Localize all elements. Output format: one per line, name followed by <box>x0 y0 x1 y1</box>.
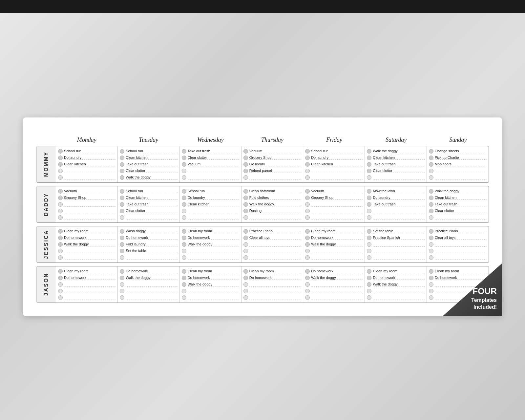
chore-circle-blank <box>120 215 124 220</box>
chore-blank <box>367 248 424 254</box>
chore-text: Take out trash <box>373 202 424 206</box>
chore-circle <box>429 189 433 194</box>
chore-text: Do homework <box>311 236 363 240</box>
person-label-jason: JASON <box>43 273 49 296</box>
chore-line <box>373 242 424 247</box>
chore-text: Vacuum <box>249 149 301 153</box>
chore-text: Do homework <box>64 236 116 240</box>
chore-cell-daddy-day5: Mow the lawnDo laundryTake out trash <box>365 186 427 222</box>
chore-text: School run <box>311 149 363 153</box>
chore-text: Vacuum <box>188 162 239 166</box>
chore-circle-blank <box>305 175 310 180</box>
chore-line <box>188 249 239 253</box>
chore-circle <box>182 196 186 200</box>
chore-cell-jason-day2: Clean my roomDo homeworkWalk the doggy <box>180 266 242 303</box>
chore-blank <box>58 175 116 180</box>
chore-circle-blank <box>429 255 433 260</box>
chore-circle-blank <box>58 169 63 173</box>
chore-item: Do homework <box>305 235 363 241</box>
chore-blank <box>58 255 116 261</box>
chore-line <box>188 215 239 220</box>
chore-circle <box>305 276 310 280</box>
chore-circle-blank <box>429 175 433 180</box>
chore-line <box>64 295 116 300</box>
chore-item: Clear clutter <box>120 168 177 174</box>
day-label-thursday: Thursday <box>242 136 304 143</box>
chore-line <box>311 255 363 260</box>
chore-item: Do homework <box>182 275 239 281</box>
chore-item: Practice Spanish <box>367 235 424 241</box>
chore-text: School run <box>64 149 116 153</box>
chore-line <box>373 295 424 300</box>
chore-chart-card: MondayTuesdayWednesdayThursdayFridaySatu… <box>23 117 502 316</box>
chore-circle-blank <box>429 289 433 293</box>
chore-text: Clean my room <box>311 229 363 233</box>
chore-circle <box>182 276 186 280</box>
chore-text: Do homework <box>373 276 424 280</box>
chore-circle <box>243 196 248 200</box>
chore-circle-blank <box>367 215 371 220</box>
chore-circle <box>243 149 248 154</box>
chore-item: Walk the doggy <box>120 175 177 180</box>
chore-circle <box>58 156 63 160</box>
chore-item: School run <box>305 148 363 154</box>
chore-text: Clean my room <box>64 269 116 273</box>
chore-text: Do laundry <box>64 156 116 160</box>
chore-text: Set the table <box>373 229 424 233</box>
chore-item: Walk the doggy <box>305 242 363 247</box>
chore-item: Practice Piano <box>429 228 487 234</box>
chore-item: Clear all toys <box>243 235 301 241</box>
chore-item: Set the table <box>120 248 177 254</box>
chore-cell-mommy-day1: School runClean kitchenTake out trashCle… <box>118 146 179 182</box>
chore-circle-blank <box>243 289 248 293</box>
chore-line <box>311 169 363 173</box>
chore-circle <box>429 229 433 234</box>
chore-line <box>64 249 116 253</box>
person-label-daddy: DADDY <box>43 193 49 216</box>
chore-text: Clean kitchen <box>126 196 177 200</box>
chore-text: Clear clutter <box>126 209 177 213</box>
chore-cell-daddy-day0: VacuumGrocery Shop <box>56 186 118 222</box>
chore-item: Wash doggy <box>120 228 177 234</box>
chore-line <box>311 202 363 207</box>
chore-blank <box>58 201 116 207</box>
chore-circle-blank <box>305 249 310 253</box>
chore-blank <box>429 248 487 254</box>
chore-blank <box>243 215 301 220</box>
chore-circle <box>429 196 433 200</box>
chore-text: Clear all toys <box>435 236 487 240</box>
chore-item: Walk the doggy <box>182 282 239 287</box>
chore-blank <box>305 282 363 287</box>
chore-circle-blank <box>367 209 371 213</box>
chore-text: Practice Piano <box>435 229 487 233</box>
chore-circle <box>182 162 186 167</box>
person-label-cell-daddy: DADDY <box>36 186 56 222</box>
chore-cell-jessica-day5: Set the tablePractice Spanish <box>365 226 427 262</box>
chore-line <box>249 249 301 253</box>
chore-circle <box>182 156 186 160</box>
chore-circle <box>182 269 186 274</box>
chore-item: Walk the doggy <box>305 275 363 281</box>
chore-circle-blank <box>182 255 186 260</box>
chore-text: Grocery Shop <box>64 196 116 200</box>
chore-circle <box>305 162 310 167</box>
chore-circle-blank <box>429 249 433 253</box>
chore-item: Take out trash <box>429 201 487 207</box>
chore-blank <box>182 175 239 180</box>
chore-circle <box>120 276 124 280</box>
chore-circle-blank <box>367 242 371 247</box>
chore-circle-blank <box>243 282 248 287</box>
chore-circle <box>120 209 124 213</box>
chore-cell-mommy-day6: Change sheetsPick up CharlieMop floors <box>427 146 489 182</box>
chore-text: Clean my room <box>435 269 487 273</box>
chore-circle <box>120 249 124 253</box>
chore-circle <box>429 276 433 280</box>
chore-text: Do homework <box>126 269 177 273</box>
chore-circle <box>305 156 310 160</box>
chore-item: Walk the doggy <box>367 282 424 287</box>
chore-item: Grocery Shop <box>58 195 116 201</box>
chore-circle <box>367 276 371 280</box>
chore-circle <box>120 175 124 180</box>
chore-circle <box>58 196 63 200</box>
day-label-wednesday: Wednesday <box>179 136 242 143</box>
